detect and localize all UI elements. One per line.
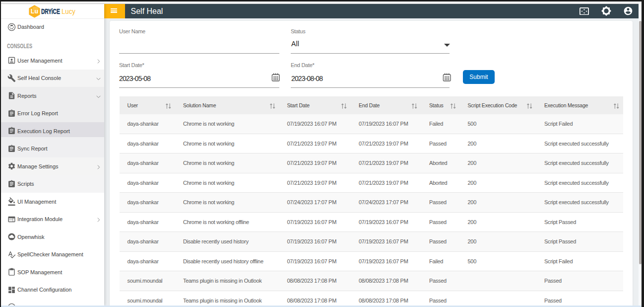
- svg-text:Lu: Lu: [31, 8, 38, 15]
